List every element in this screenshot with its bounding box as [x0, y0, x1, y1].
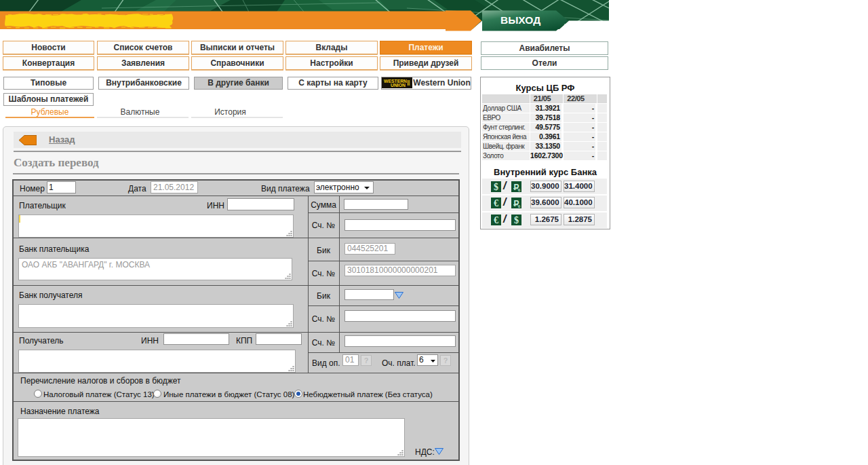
svg-text:$: $ [494, 182, 498, 192]
svg-text:UNION: UNION [391, 83, 406, 88]
svg-text:б: б [518, 204, 521, 208]
svg-text:€: € [494, 215, 498, 225]
svg-text:б: б [518, 188, 521, 192]
svg-text:ВЫХОД: ВЫХОД [500, 14, 540, 26]
svg-text:$: $ [514, 215, 519, 225]
svg-text:€: € [494, 198, 498, 208]
